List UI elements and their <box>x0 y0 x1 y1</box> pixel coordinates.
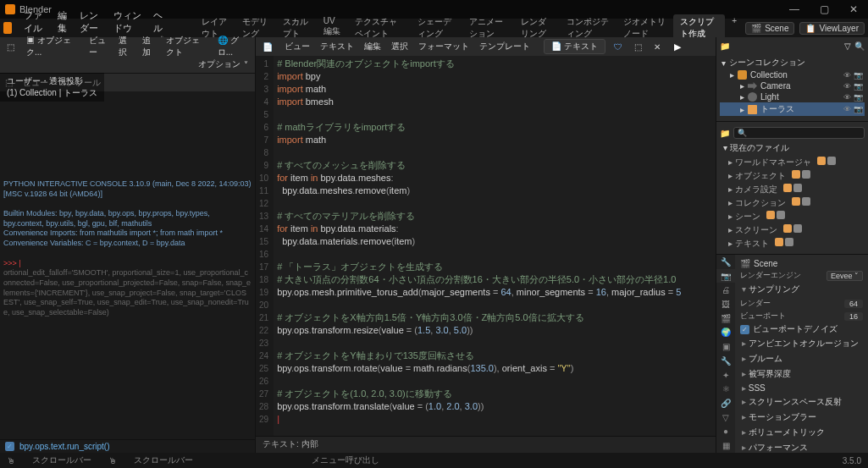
render-engine-select[interactable]: Eevee ˅ <box>827 271 863 281</box>
status-menu-call: メニュー呼び出し <box>312 454 379 466</box>
outliner-item[interactable]: ▸Light👁📷 <box>720 91 865 102</box>
status-scroll1: スクロールバー <box>32 454 91 466</box>
minimize-button[interactable]: — <box>784 3 804 15</box>
denoise-label: ビューポートデノイズ <box>753 323 838 335</box>
code-body[interactable]: # Blender関連のオブジェクトをimportするimport bpyimp… <box>274 56 716 436</box>
outliner-tree[interactable]: ▾シーンコレクション ▸Collection👁📷▸Camera👁📷▸Light👁… <box>716 54 868 118</box>
tab-render[interactable]: 📷 <box>716 269 735 284</box>
denoise-checkbox[interactable]: ✓ <box>740 325 749 334</box>
render-samples-label: レンダー <box>740 298 841 309</box>
new-text-button[interactable]: ⬚ <box>631 41 645 52</box>
render-engine-label: レンダーエンジン <box>740 270 823 281</box>
tab-physics[interactable]: ⚛ <box>716 382 735 396</box>
info-check-icon: ✓ <box>5 442 14 451</box>
texteditor-footer: テキスト: 内部 <box>256 436 716 453</box>
property-panel-header[interactable]: ボリューメトリック <box>738 425 865 440</box>
version-label: 3.5.0 <box>843 456 861 465</box>
sampling-panel-header[interactable]: サンプリング <box>738 282 865 297</box>
properties-tabs: 🔧 📷 🖨 🖼 🎬 🌍 ▣ 🔧 ✦ ⚛ 🔗 ▽ ● ▦ <box>716 255 735 453</box>
property-panel-header[interactable]: ブルーム <box>738 351 865 366</box>
property-panel-header[interactable]: スクリーンスペース反射 <box>738 394 865 410</box>
data-category[interactable]: ▸ カメラ設定 <box>720 183 865 196</box>
texteditor-header: 📄 ビューテキスト編集選択フォーマットテンプレート 📄 テキスト 🛡 ⬚ ✕ ▶ <box>256 37 716 56</box>
scene-breadcrumb: 🎬 Scene <box>738 258 865 269</box>
console-imports: Convenience Imports: from mathutils impo… <box>3 228 252 239</box>
property-panel-header[interactable]: 被写界深度 <box>738 366 865 382</box>
unlink-text-button[interactable]: ✕ <box>650 41 664 52</box>
tab-modifier[interactable]: 🔧 <box>716 354 735 368</box>
status-mouse-icon-2: 🖱 <box>108 456 117 465</box>
data-category[interactable]: ▸ コレクション <box>720 196 865 210</box>
viewport-info: ユーザー・透視投影 (1) Collection | トーラス <box>0 73 104 102</box>
tab-world[interactable]: 🌍 <box>716 326 735 340</box>
line-number-gutter: 1234567891011121314151617181920212223242… <box>256 56 274 436</box>
viewport-samples-label: ビューポート <box>740 311 841 322</box>
console-vars: Convenience Variables: C = bpy.context, … <box>3 239 252 249</box>
viewlayer-selector[interactable]: 📋 ViewLayer <box>799 22 865 35</box>
blender-logo-icon[interactable] <box>3 22 12 34</box>
property-panel-header[interactable]: アンビエントオクルージョン <box>738 336 865 351</box>
te-menu[interactable]: ビュー <box>281 40 313 53</box>
te-menu[interactable]: 選択 <box>388 40 412 53</box>
last-command-text: bpy.ops.text.run_script() <box>19 442 110 451</box>
outliner-header: 📁 ▽ 🔍 <box>716 37 868 54</box>
data-category[interactable]: ▸ シーン <box>720 210 865 223</box>
run-script-button[interactable]: ▶ <box>669 41 686 52</box>
property-panel-header[interactable]: モーションブラー <box>738 410 865 425</box>
data-category[interactable]: ▸ スクリーン <box>720 223 865 237</box>
property-panel-header[interactable]: パフォーマンス <box>738 440 865 453</box>
scene-collection-row[interactable]: ▾シーンコレクション <box>720 56 865 69</box>
scene-selector[interactable]: 🎬 Scene <box>745 22 794 35</box>
tab-scene[interactable]: 🎬 <box>716 311 735 326</box>
tab-tool[interactable]: 🔧 <box>716 255 735 269</box>
outliner-type-icon[interactable]: 📁 <box>720 41 730 51</box>
te-menu[interactable]: テンプレート <box>476 40 534 53</box>
tab-constraint[interactable]: 🔗 <box>716 396 735 410</box>
maximize-button[interactable]: ▢ <box>815 3 834 15</box>
texteditor-type-icon[interactable]: 📄 <box>259 41 276 52</box>
close-button[interactable]: ✕ <box>844 3 863 15</box>
text-datablock-selector[interactable]: 📄 テキスト <box>544 39 605 54</box>
info-last-command: ✓ bpy.ops.text.run_script() <box>0 439 255 453</box>
data-category[interactable]: ▸ オブジェクト <box>720 169 865 183</box>
data-category[interactable]: ▸ テキスト <box>720 237 865 251</box>
viewport-options-row: オプション ˅ <box>0 56 255 73</box>
data-browser: 📁 🔍 ▾ 現在のファイル ▸ ワールドマネージャ ▸ オブジェクト ▸ カメラ… <box>716 122 868 255</box>
viewport-header: ⬚ ▣ オブジェク... ビュー選択追加オブジェクト 🌐 グロ... <box>0 37 255 56</box>
status-mouse-icon: 🖱 <box>7 456 15 465</box>
tab-viewlayer[interactable]: 🖼 <box>716 297 735 311</box>
data-search-input[interactable]: 🔍 <box>733 127 865 139</box>
outliner: 📁 ▽ 🔍 ▾シーンコレクション ▸Collection👁📷▸Camera👁📷▸… <box>716 37 868 122</box>
editor-type-icon[interactable]: ⬚ <box>3 41 18 52</box>
options-dropdown[interactable]: オプション <box>198 58 240 70</box>
code-editor[interactable]: 1234567891011121314151617181920212223242… <box>256 56 716 436</box>
search-icon[interactable]: 🔍 <box>854 41 865 51</box>
outliner-item[interactable]: ▸Collection👁📷 <box>720 69 865 80</box>
console-builtins: Builtin Modules: bpy, bpy.data, bpy.ops,… <box>3 209 252 228</box>
tab-data[interactable]: ▽ <box>716 410 735 425</box>
properties-panel: 🔧 📷 🖨 🖼 🎬 🌍 ▣ 🔧 ✦ ⚛ 🔗 ▽ ● ▦ 🎬 Scene レンダー… <box>716 255 868 453</box>
status-scroll2: スクロールバー <box>134 454 193 466</box>
shield-icon[interactable]: 🛡 <box>611 41 626 52</box>
data-category[interactable]: ▸ ワールドマネージャ <box>720 156 865 169</box>
python-console[interactable]: PYTHON INTERACTIVE CONSOLE 3.10.9 (main,… <box>0 91 255 439</box>
tab-object[interactable]: ▣ <box>716 339 735 354</box>
tab-material[interactable]: ● <box>716 425 735 439</box>
tab-output[interactable]: 🖨 <box>716 283 735 297</box>
te-menu[interactable]: 編集 <box>361 40 384 53</box>
tab-texture[interactable]: ▦ <box>716 438 735 453</box>
filter-icon[interactable]: ▽ <box>844 41 851 51</box>
console-history: ortional_edit_falloff='SMOOTH', proporti… <box>3 268 252 317</box>
statusbar: 🖱 スクロールバー 🖱 スクロールバー メニュー呼び出し 3.5.0 <box>0 453 868 468</box>
view-projection-label: ユーザー・透視投影 <box>7 75 97 87</box>
outliner-item[interactable]: ▸トーラス👁📷 <box>720 102 865 116</box>
render-samples-value[interactable]: 64 <box>844 300 863 308</box>
te-menu[interactable]: フォーマット <box>415 40 473 53</box>
te-menu[interactable]: テキスト <box>317 40 357 53</box>
console-header: PYTHON INTERACTIVE CONSOLE 3.10.9 (main,… <box>3 179 252 199</box>
property-panel-header[interactable]: SSS <box>738 382 865 394</box>
databrowser-type-icon[interactable]: 📁 <box>720 129 730 138</box>
outliner-item[interactable]: ▸Camera👁📷 <box>720 80 865 91</box>
tab-particle[interactable]: ✦ <box>716 368 735 383</box>
viewport-samples-value[interactable]: 16 <box>844 312 863 321</box>
